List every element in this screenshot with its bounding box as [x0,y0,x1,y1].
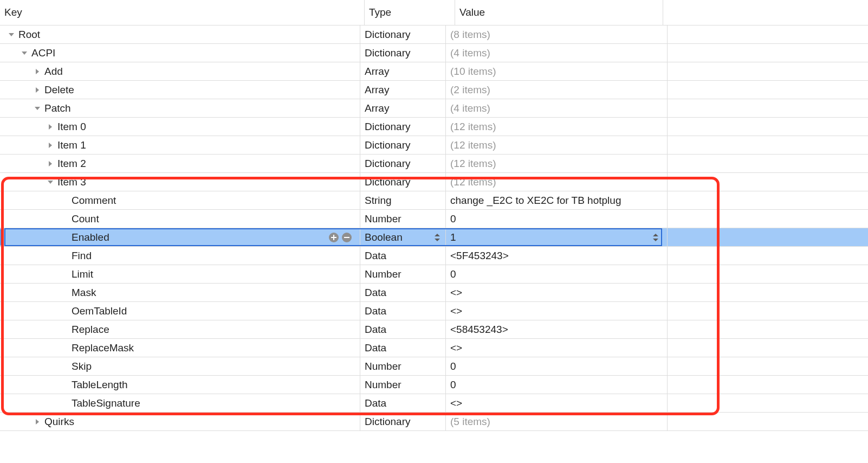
type-label: Array [365,66,389,78]
value-label: (4 items) [450,47,490,59]
key-label: Patch [44,102,71,114]
table-row[interactable]: QuirksDictionary(5 items) [0,413,868,431]
table-row[interactable]: ReplaceData<58453243> [0,320,868,339]
row-pad [667,228,868,246]
type-label: Dictionary [365,121,410,133]
row-pad [667,136,868,154]
row-pad [667,265,868,283]
type-label: Data [365,397,386,409]
table-row[interactable]: LimitNumber0 [0,265,868,284]
table-row[interactable]: Item 2Dictionary(12 items) [0,155,868,173]
chevron-right-icon[interactable] [46,159,55,169]
remove-row-button[interactable] [341,232,352,243]
type-label: Number [365,213,401,225]
table-row[interactable]: SkipNumber0 [0,357,868,376]
type-label: Data [365,342,386,354]
key-label: TableSignature [72,397,140,409]
row-pad [667,191,868,209]
table-row[interactable]: CountNumber0 [0,210,868,228]
type-label: Dictionary [365,158,410,170]
row-pad [667,99,868,117]
row-pad [667,25,868,43]
value-label: (5 items) [450,416,490,428]
table-row[interactable]: Item 3Dictionary(12 items) [0,173,868,191]
svg-rect-2 [331,237,336,238]
key-label: Item 2 [57,158,86,170]
table-row[interactable]: Item 0Dictionary(12 items) [0,118,868,136]
chevron-down-icon[interactable] [33,104,42,113]
key-label: Count [72,213,99,225]
row-pad [667,357,868,375]
table-row[interactable]: TableSignatureData<> [0,394,868,413]
key-label: Comment [72,195,116,207]
value-label: <58453243> [450,324,508,336]
value-label: change _E2C to XE2C for TB hotplug [450,195,621,207]
chevron-right-icon[interactable] [33,85,42,95]
header-key[interactable]: Key [0,0,364,25]
table-row[interactable]: MaskData<> [0,284,868,302]
key-label: Mask [72,287,96,299]
row-pad [667,118,868,136]
row-pad [667,320,868,338]
row-pad [667,284,868,301]
value-stepper-icon[interactable] [652,232,659,243]
type-label: Data [365,324,386,336]
row-pad [667,247,868,265]
value-label: <5F453243> [450,250,509,262]
type-label: String [365,195,392,207]
type-label: Boolean [365,232,403,243]
table-row[interactable]: OemTableIdData<> [0,302,868,320]
type-label: Data [365,287,386,299]
table-row[interactable]: FindData<5F453243> [0,247,868,265]
table-row[interactable]: TableLengthNumber0 [0,376,868,394]
key-label: Delete [44,84,74,96]
row-pad [667,376,868,394]
value-label: (12 items) [450,176,496,188]
table-row[interactable]: ACPIDictionary(4 items) [0,44,868,62]
key-label: Item 1 [57,139,86,151]
table-row[interactable]: EnabledBoolean1 [0,228,868,247]
chevron-right-icon[interactable] [33,67,42,76]
table-row[interactable]: CommentStringchange _E2C to XE2C for TB … [0,191,868,210]
key-label: Root [18,29,40,41]
key-label: Item 3 [57,176,86,188]
value-label: 0 [450,379,456,391]
chevron-right-icon[interactable] [46,140,55,150]
chevron-right-icon[interactable] [46,122,55,132]
chevron-down-icon[interactable] [46,177,55,187]
type-label: Dictionary [365,47,410,59]
table-row[interactable]: Item 1Dictionary(12 items) [0,136,868,155]
chevron-down-icon[interactable] [20,48,29,58]
table-row[interactable]: AddArray(10 items) [0,62,868,81]
type-label: Number [365,361,401,372]
type-label: Dictionary [365,29,410,41]
key-label: Enabled [72,232,109,243]
value-label: <> [450,342,462,354]
value-label: 1 [450,232,456,243]
plist-rows: RootDictionary(8 items)ACPIDictionary(4 … [0,25,868,431]
table-header: Key Type Value [0,0,868,25]
table-row[interactable]: PatchArray(4 items) [0,99,868,118]
table-row[interactable]: DeleteArray(2 items) [0,81,868,99]
type-stepper-icon[interactable] [433,232,441,243]
row-pad [667,339,868,357]
key-label: Skip [72,361,92,372]
add-row-button[interactable] [328,232,339,243]
chevron-down-icon[interactable] [7,30,16,40]
header-type[interactable]: Type [364,0,455,25]
value-label: (12 items) [450,158,496,170]
value-label: <> [450,397,462,409]
value-label: (12 items) [450,139,496,151]
header-value[interactable]: Value [455,0,663,25]
row-pad [667,44,868,62]
type-label: Data [365,250,386,262]
chevron-right-icon[interactable] [33,417,42,427]
table-row[interactable]: ReplaceMaskData<> [0,339,868,357]
key-label: ACPI [31,47,55,59]
key-label: Find [72,250,92,262]
key-label: Item 0 [57,121,86,133]
value-label: (4 items) [450,102,490,114]
table-row[interactable]: RootDictionary(8 items) [0,25,868,44]
value-label: (2 items) [450,84,490,96]
row-pad [667,302,868,320]
